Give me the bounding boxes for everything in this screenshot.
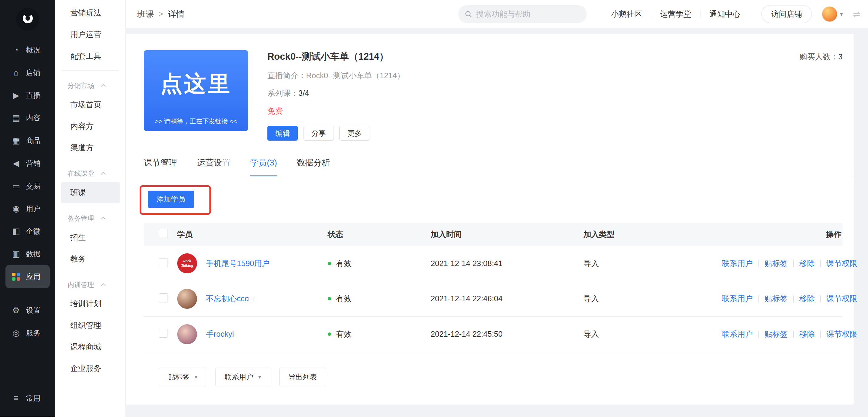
sidebar-item-label: 直播 [26,91,40,100]
sidebar-item-label: 内容 [26,113,40,123]
sidebar-item-trade[interactable]: ▭交易 [0,175,55,197]
avatar [177,289,197,309]
more-button[interactable]: 更多 [339,126,370,141]
sidebar-item-content[interactable]: ▤内容 [0,107,55,129]
submenu-item-tools[interactable]: 配套工具 [55,45,125,67]
tag-link[interactable]: 贴标签 [765,329,788,339]
submenu-item-user-operation[interactable]: 用户运营 [55,24,125,45]
user-menu[interactable]: ▾ [822,6,843,22]
submenu-group-header[interactable]: 分销市场 [55,77,125,94]
tab-operation-settings[interactable]: 运营设置 [197,157,230,176]
submenu-item-label: 课程商城 [70,342,101,352]
link-community[interactable]: 小鹅社区 [610,9,643,20]
sidebar-item-live[interactable]: ▶直播 [0,84,55,107]
column-header-actions: 操作 [722,229,842,240]
submenu-item-course-mall[interactable]: 课程商城 [55,336,125,358]
contact-user-link[interactable]: 联系用户 [722,258,753,269]
topbar: 班课 > 详情 小鹅社区 运营学堂 通知中心 访问店铺 ▾ ⇌ [126,0,868,28]
sidebar-item-users[interactable]: ◉用户 [0,197,55,220]
submenu-item-content-provider[interactable]: 内容方 [55,115,125,137]
students-table: 学员 状态 加入时间 加入类型 操作 RockTalking 手机尾号1590用… [144,223,842,352]
student-name-link[interactable]: 手rockyi [206,329,234,339]
link-academy[interactable]: 运营学堂 [659,9,692,20]
sidebar-item-label: 数据 [26,249,40,259]
remove-link[interactable]: 移除 [799,293,815,304]
student-name-link[interactable]: 不忘初心ccc□ [206,293,253,304]
submenu-group-distribution: 分销市场 市场首页 内容方 渠道方 [55,77,125,159]
nav-rail: ◔概况 ⌂店铺 ▶直播 ▤内容 ▦商品 ◀营销 ▭交易 ◉用户 ◧企微 ▥数据 … [0,0,55,417]
tag-link[interactable]: 贴标签 [765,258,788,269]
submenu-group-header[interactable]: 教务管理 [55,210,125,227]
tag-link[interactable]: 贴标签 [765,293,788,304]
link-notifications[interactable]: 通知中心 [708,9,741,20]
divider [793,295,794,303]
sidebar-item-apps[interactable]: 应用 [5,265,50,288]
tab-students[interactable]: 学员(3) [250,157,277,176]
submenu-item-training-plan[interactable]: 培训计划 [55,293,125,315]
sidebar-item-label: 商品 [26,136,40,145]
user-icon: ◉ [11,204,21,214]
visit-shop-button[interactable]: 访问店铺 [762,5,812,23]
search-box[interactable] [458,5,587,23]
add-student-button[interactable]: 添加学员 [148,190,194,208]
select-all-checkbox[interactable] [159,229,167,238]
remove-link[interactable]: 移除 [799,258,815,269]
user-avatar [822,6,837,22]
share-button[interactable]: 分享 [304,126,334,141]
lesson-permission-link[interactable]: 课节权限 [827,258,857,269]
tab-data-analysis[interactable]: 数据分析 [297,157,330,176]
course-price: 免费 [268,106,842,116]
submenu-item-enrollment[interactable]: 招生 [55,227,125,248]
student-name-link[interactable]: 手机尾号1590用户 [206,258,270,269]
row-checkbox[interactable] [159,329,167,338]
submenu: 营销玩法 用户运营 配套工具 分销市场 市场首页 内容方 渠道方 在线课堂 班课… [55,0,126,417]
breadcrumb-parent[interactable]: 班课 [137,9,154,20]
search-icon [465,10,472,18]
submenu-item-label: 市场首页 [70,99,101,110]
submenu-item-marketing-play[interactable]: 营销玩法 [55,2,125,24]
join-type: 导入 [583,258,722,269]
chevron-down-icon: ▾ [840,11,843,18]
remove-link[interactable]: 移除 [799,329,815,339]
tab-bar: 课节管理 运营设置 学员(3) 数据分析 [126,157,854,176]
divider [758,331,759,338]
sidebar-item-settings[interactable]: ⚙设置 [0,299,55,322]
sidebar-item-frequent[interactable]: ≡常用 [0,387,55,410]
tab-lesson-management[interactable]: 课节管理 [144,157,177,176]
sidebar-item-marketing[interactable]: ◀营销 [0,152,55,175]
sidebar-item-data[interactable]: ▥数据 [0,243,55,266]
submenu-group-header[interactable]: 在线课堂 [55,165,125,182]
overview-icon: ◔ [11,45,21,55]
divider [820,260,821,267]
submenu-item-academic-affairs[interactable]: 教务 [55,248,125,270]
batch-actions: 贴标签▾ 联系用户▾ 导出列表 [144,368,842,386]
submenu-item-enterprise-service[interactable]: 企业服务 [55,358,125,379]
submenu-item-market-home[interactable]: 市场首页 [55,94,125,115]
lesson-permission-link[interactable]: 课节权限 [827,293,857,304]
join-type: 导入 [583,329,722,339]
page-title: Rock0--测试小车单（1214） [268,50,389,63]
app-logo[interactable] [0,0,55,39]
contact-user-link[interactable]: 联系用户 [722,293,753,304]
sidebar-item-goods[interactable]: ▦商品 [0,129,55,152]
sidebar-item-wecom[interactable]: ◧企微 [0,220,55,243]
sidebar-item-overview[interactable]: ◔概况 [0,39,55,62]
contact-user-link[interactable]: 联系用户 [722,329,753,339]
batch-contact-button[interactable]: 联系用户▾ [215,368,271,386]
search-input[interactable] [476,10,580,19]
export-list-button[interactable]: 导出列表 [279,368,326,386]
sidebar-item-shop[interactable]: ⌂店铺 [0,61,55,84]
submenu-group-header[interactable]: 内训管理 [55,276,125,293]
batch-tag-button[interactable]: 贴标签▾ [159,368,206,386]
submenu-item-banke[interactable]: 班课 [61,182,120,203]
collapse-switch-icon[interactable]: ⇌ [853,9,860,20]
submenu-item-org-management[interactable]: 组织管理 [55,315,125,336]
sidebar-item-service[interactable]: ◎服务 [0,322,55,345]
submenu-item-channel-provider[interactable]: 渠道方 [55,137,125,159]
edit-button[interactable]: 编辑 [268,126,298,141]
submenu-item-label: 教务 [70,254,86,264]
row-checkbox[interactable] [159,293,167,302]
row-checkbox[interactable] [159,258,167,267]
lesson-permission-link[interactable]: 课节权限 [827,329,857,339]
table-header-row: 学员 状态 加入时间 加入类型 操作 [144,223,842,246]
